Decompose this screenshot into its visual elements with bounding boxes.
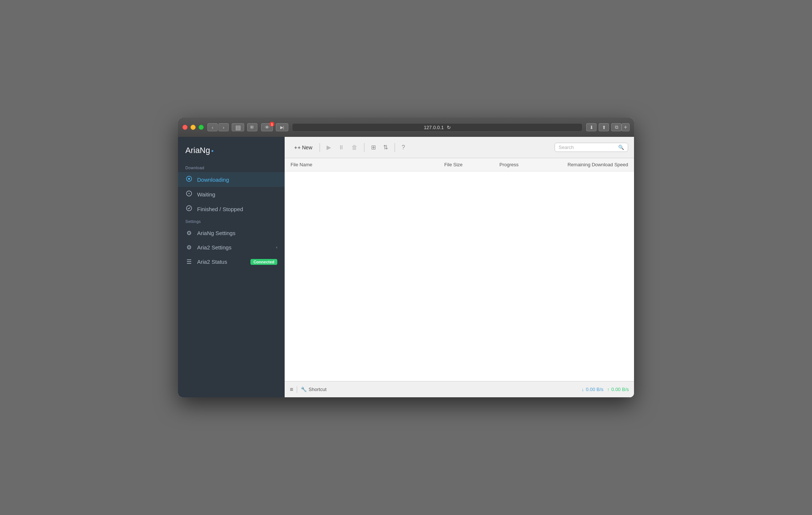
- sidebar-item-waiting[interactable]: Waiting: [178, 187, 285, 202]
- col-progress-header: Progress: [499, 162, 536, 167]
- finished-icon: [185, 205, 193, 213]
- minimize-button[interactable]: [190, 125, 196, 130]
- search-input[interactable]: [559, 145, 616, 150]
- main-panel: + + New ▶ ⏸ 🗑 ⊞ ⇅ ? 🔍 File: [285, 137, 634, 397]
- chevron-right-icon: ‹: [276, 245, 277, 249]
- close-button[interactable]: [182, 125, 188, 130]
- new-plus-icon: +: [294, 145, 297, 150]
- downloading-icon: [185, 176, 193, 183]
- download-button[interactable]: ⬇: [586, 123, 596, 131]
- forward-button[interactable]: ›: [218, 123, 229, 131]
- ariang-settings-label: AriaNg Settings: [197, 230, 235, 236]
- toolbar-sep-3: [395, 143, 395, 152]
- toolbar-sep-1: [320, 143, 320, 152]
- aria2-settings-label: Aria2 Settings: [197, 244, 231, 251]
- sidebar-item-finished[interactable]: Finished / Stopped: [178, 202, 285, 216]
- sidebar-item-ariang-settings[interactable]: ⚙ AriaNg Settings: [178, 226, 285, 240]
- toolbar-sep-2: [364, 143, 364, 152]
- statusbar: ≡ 🔧 Shortcut ↓ 0.00 B/s ↑ 0.00 B/s: [285, 381, 634, 397]
- sidebar-item-downloading[interactable]: Downloading: [178, 172, 285, 187]
- aria2-status-label: Aria2 Status: [197, 259, 227, 265]
- table-body: [285, 171, 634, 381]
- share-button[interactable]: ⬆: [599, 123, 609, 131]
- shortcut-button[interactable]: 🔧 Shortcut: [301, 387, 326, 392]
- waiting-label: Waiting: [197, 191, 215, 198]
- download-section-label: Download: [178, 163, 285, 172]
- settings-section-label: Settings: [178, 216, 285, 226]
- toolbar: + + New ▶ ⏸ 🗑 ⊞ ⇅ ? 🔍: [285, 137, 634, 158]
- pause-button[interactable]: ⏸: [335, 142, 347, 153]
- logo-dot: [211, 150, 213, 152]
- titlebar-right-buttons: ⬇ ⬆ ⧉: [586, 123, 622, 131]
- download-speed-value: 0.00 B/s: [586, 387, 603, 392]
- new-button[interactable]: + + New: [291, 143, 316, 152]
- search-box[interactable]: 🔍: [555, 143, 628, 152]
- app-content: AriaNg Download Downloading: [178, 137, 634, 397]
- sort-button[interactable]: ⇅: [380, 142, 391, 153]
- connected-badge: Connected: [250, 259, 277, 265]
- logo-text: AriaNg: [185, 146, 210, 155]
- table-header: File Name File Size Progress Remaining D…: [285, 158, 634, 171]
- play-button[interactable]: ▶: [324, 142, 334, 153]
- url-bar[interactable]: 127.0.0.1 ↻: [292, 123, 583, 132]
- extension-badge: 1: [270, 122, 274, 127]
- traffic-lights: [182, 125, 204, 130]
- back-button[interactable]: ‹: [207, 123, 218, 131]
- maximize-button[interactable]: [199, 125, 204, 130]
- col-remaining-header: Remaining Download Speed: [536, 162, 628, 167]
- app-logo: AriaNg: [178, 137, 285, 163]
- shortcut-label: Shortcut: [309, 387, 326, 392]
- url-text: 127.0.0.1: [424, 125, 444, 130]
- app-window: ‹ › ▤ ⛨ 👁 1 ▶| 127.0.0.1 ↻ ⬇ ⬆ ⧉ + AriaN…: [178, 118, 634, 397]
- download-speed: ↓ 0.00 B/s: [582, 387, 603, 392]
- svg-point-3: [189, 193, 190, 194]
- new-label: + New: [298, 145, 312, 150]
- download-arrow-icon: ↓: [582, 387, 584, 392]
- sidebar-item-aria2-status[interactable]: ☰ Aria2 Status Connected: [178, 255, 285, 269]
- aria2-settings-icon: ⚙: [185, 244, 193, 251]
- sidebar-toggle-button[interactable]: ▤: [232, 123, 244, 131]
- media-play-button[interactable]: ▶|: [276, 123, 288, 131]
- upload-speed-value: 0.00 B/s: [611, 387, 629, 392]
- ariang-settings-icon: ⚙: [185, 230, 193, 237]
- upload-arrow-icon: ↑: [607, 387, 610, 392]
- wrench-icon: 🔧: [301, 387, 307, 392]
- col-filesize-header: File Size: [444, 162, 499, 167]
- shield-icon[interactable]: ⛨: [247, 123, 257, 131]
- sidebar: AriaNg Download Downloading: [178, 137, 285, 397]
- waiting-icon: [185, 191, 193, 198]
- col-filename-header: File Name: [291, 162, 444, 167]
- grid-view-button[interactable]: ⊞: [368, 142, 379, 153]
- menu-icon[interactable]: ≡: [290, 386, 293, 393]
- delete-button[interactable]: 🗑: [349, 142, 360, 153]
- nav-buttons: ‹ ›: [207, 123, 229, 131]
- sidebar-item-aria2-settings[interactable]: ⚙ Aria2 Settings ‹: [178, 240, 285, 255]
- downloading-label: Downloading: [197, 177, 229, 183]
- search-icon: 🔍: [618, 145, 624, 150]
- help-button[interactable]: ?: [399, 142, 408, 153]
- titlebar: ‹ › ▤ ⛨ 👁 1 ▶| 127.0.0.1 ↻ ⬇ ⬆ ⧉ +: [178, 118, 634, 137]
- statusbar-divider: [297, 386, 297, 393]
- svg-point-1: [188, 178, 190, 180]
- extensions-area: 👁 1: [261, 123, 273, 131]
- finished-label: Finished / Stopped: [197, 206, 243, 212]
- upload-speed: ↑ 0.00 B/s: [607, 387, 629, 392]
- newtab-button[interactable]: ⧉: [611, 123, 622, 131]
- aria2-status-icon: ☰: [185, 258, 193, 265]
- refresh-icon[interactable]: ↻: [447, 125, 451, 130]
- add-tab-button[interactable]: +: [622, 123, 630, 131]
